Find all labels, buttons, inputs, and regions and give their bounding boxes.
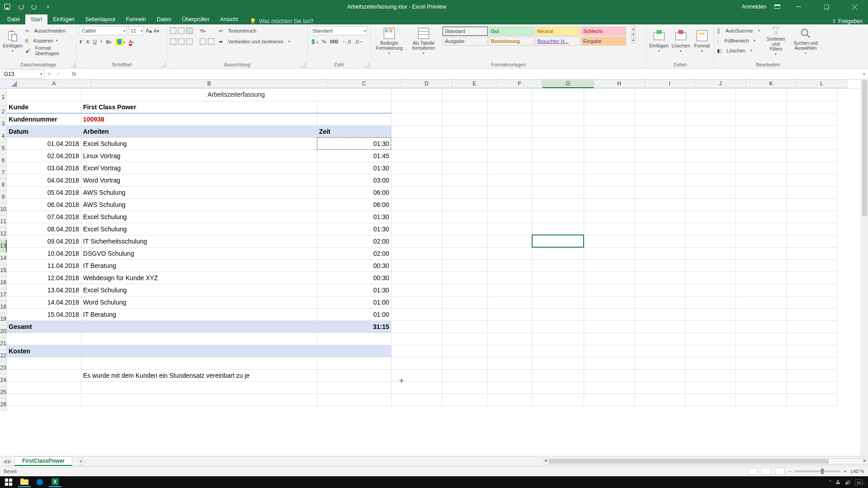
cell-G22[interactable] xyxy=(532,345,584,357)
cell-E10[interactable] xyxy=(442,198,487,211)
find-select-button[interactable]: Suchen und Auswählen▾ xyxy=(792,26,819,56)
cell-J25[interactable] xyxy=(685,381,736,394)
cell-J21[interactable] xyxy=(685,333,736,345)
column-header-I[interactable]: I xyxy=(645,80,695,88)
cell-B8[interactable]: Word Vortrag xyxy=(81,174,317,186)
cell-L1[interactable] xyxy=(786,89,837,101)
cell-E26[interactable] xyxy=(442,394,487,406)
start-button[interactable] xyxy=(2,477,15,487)
cells-format-button[interactable]: Format▾ xyxy=(693,26,711,56)
cell-K23[interactable] xyxy=(736,357,786,369)
cell-H2[interactable] xyxy=(584,101,634,113)
cell-style-neutral[interactable]: Neutral xyxy=(535,27,580,36)
column-header-L[interactable]: L xyxy=(797,80,847,88)
qat-customize-icon[interactable]: ▾ xyxy=(44,3,52,10)
cell-L19[interactable] xyxy=(786,308,837,320)
cell-J10[interactable] xyxy=(685,198,736,211)
cell-B26[interactable] xyxy=(81,394,317,406)
cell-F15[interactable] xyxy=(487,259,532,272)
cell-A15[interactable]: 11.04.2018 xyxy=(7,259,81,272)
cell-A3[interactable]: Kundennummer xyxy=(7,113,81,125)
row-header-3[interactable]: 3 xyxy=(0,118,7,130)
cell-G21[interactable] xyxy=(532,333,584,345)
cell-E17[interactable] xyxy=(442,284,487,296)
cell-K5[interactable] xyxy=(736,137,786,150)
cell-H19[interactable] xyxy=(584,308,634,320)
clear-button[interactable]: ◧ Löschen ▾ xyxy=(717,46,760,55)
cell-G19[interactable] xyxy=(532,308,584,320)
cell-K12[interactable] xyxy=(736,223,786,235)
view-page-break-button[interactable] xyxy=(775,468,785,475)
cell-J17[interactable] xyxy=(685,284,736,296)
cell-F25[interactable] xyxy=(487,381,532,394)
cell-C8[interactable]: 03:00 xyxy=(317,174,391,186)
cell-J7[interactable] xyxy=(685,162,736,174)
cell-K24[interactable] xyxy=(736,369,786,381)
cell-L22[interactable] xyxy=(786,345,837,357)
cell-F18[interactable] xyxy=(487,296,532,308)
fill-color-button[interactable]: 🪣▾ xyxy=(115,39,125,45)
row-header-8[interactable]: 8 xyxy=(0,179,7,191)
cell-I2[interactable] xyxy=(634,101,685,113)
column-header-F[interactable]: F xyxy=(497,80,542,88)
orientation-button[interactable]: ⟲▾ xyxy=(200,28,206,34)
cell-C12[interactable]: 01:30 xyxy=(317,223,391,235)
cell-H10[interactable] xyxy=(584,198,634,211)
cell-B18[interactable]: Word Schulung xyxy=(81,296,317,308)
cell-I24[interactable] xyxy=(634,369,685,381)
maximize-button[interactable] xyxy=(816,0,836,14)
cell-J13[interactable] xyxy=(685,235,736,247)
cell-H11[interactable] xyxy=(584,211,634,223)
increase-decimal-button[interactable]: ←,0 xyxy=(342,39,351,44)
cell-I23[interactable] xyxy=(634,357,685,369)
cells-delete-button[interactable]: Löschen▾ xyxy=(671,26,690,56)
cell-K2[interactable] xyxy=(736,101,786,113)
spreadsheet-grid[interactable]: ABCDEFGHIJKL 123456789101112131415161718… xyxy=(0,80,868,456)
cell-K21[interactable] xyxy=(736,333,786,345)
cell-E20[interactable] xyxy=(442,320,487,333)
expand-formula-bar[interactable]: ▾ xyxy=(860,72,868,76)
align-top-button[interactable] xyxy=(170,28,176,34)
cell-C22[interactable] xyxy=(317,345,391,357)
cell-C13[interactable]: 02:00 xyxy=(317,235,391,247)
cell-H3[interactable] xyxy=(584,113,634,125)
cut-button[interactable]: ✂ Ausschneiden xyxy=(25,26,74,35)
row-header-19[interactable]: 19 xyxy=(0,313,7,325)
column-header-D[interactable]: D xyxy=(401,80,452,88)
row-header-24[interactable]: 24 xyxy=(0,374,7,386)
zoom-out-button[interactable]: − xyxy=(788,469,791,474)
cell-F22[interactable] xyxy=(487,345,532,357)
cell-F3[interactable] xyxy=(487,113,532,125)
cell-L10[interactable] xyxy=(786,198,837,211)
column-header-J[interactable]: J xyxy=(695,80,746,88)
cell-F21[interactable] xyxy=(487,333,532,345)
tab-daten[interactable]: Daten xyxy=(151,14,177,24)
cell-A24[interactable] xyxy=(7,369,81,381)
cell-G1[interactable] xyxy=(532,89,584,101)
select-all-corner[interactable] xyxy=(0,80,17,89)
cell-A7[interactable]: 03.04.2018 xyxy=(7,162,81,174)
tab-formeln[interactable]: Formeln xyxy=(121,14,151,24)
cell-E1[interactable] xyxy=(442,89,487,101)
cell-D22[interactable] xyxy=(391,345,442,357)
cell-B11[interactable]: Excel Schulung xyxy=(81,211,317,223)
cell-L11[interactable] xyxy=(786,211,837,223)
column-header-A[interactable]: A xyxy=(17,80,91,88)
cell-B19[interactable]: IT Beratung xyxy=(81,308,317,320)
cell-G20[interactable] xyxy=(532,320,584,333)
cell-B10[interactable]: AWS Schulung xyxy=(81,198,317,211)
view-normal-button[interactable] xyxy=(748,468,758,475)
cell-K10[interactable] xyxy=(736,198,786,211)
cell-L9[interactable] xyxy=(786,186,837,198)
cell-G3[interactable] xyxy=(532,113,584,125)
cell-B25[interactable] xyxy=(81,381,317,394)
collapse-ribbon-button[interactable]: ᨈ xyxy=(862,481,866,486)
cell-F8[interactable] xyxy=(487,174,532,186)
cell-H8[interactable] xyxy=(584,174,634,186)
cell-G13[interactable] xyxy=(532,235,584,247)
cell-J11[interactable] xyxy=(685,211,736,223)
cell-L21[interactable] xyxy=(786,333,837,345)
row-header-12[interactable]: 12 xyxy=(0,228,7,240)
number-format-combo[interactable]: Standard xyxy=(310,26,367,35)
cell-K3[interactable] xyxy=(736,113,786,125)
